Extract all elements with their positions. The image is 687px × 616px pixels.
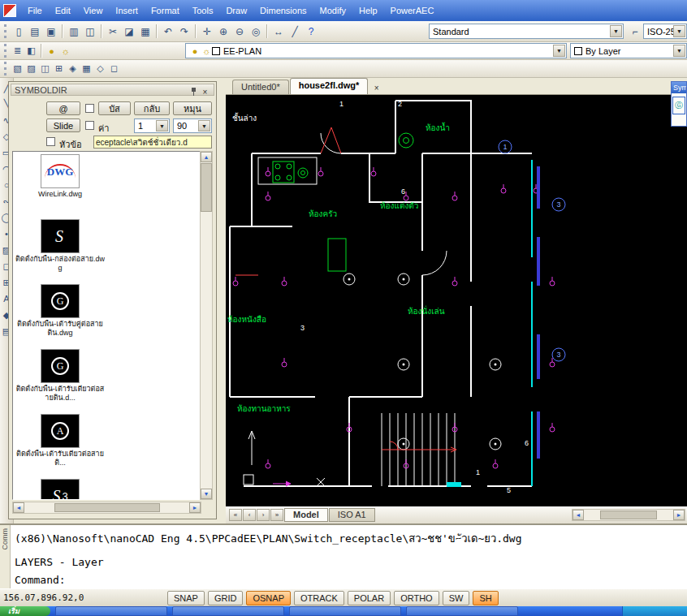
- zoom-window-icon[interactable]: ◎: [248, 24, 264, 39]
- help-icon[interactable]: ?: [303, 24, 319, 39]
- sw-toggle[interactable]: SW: [443, 591, 470, 605]
- scroll-right-icon[interactable]: ►: [189, 502, 201, 513]
- scroll-down-icon[interactable]: ▼: [201, 489, 212, 499]
- pin-icon[interactable]: [190, 88, 197, 97]
- tab-iso-a1[interactable]: ISO A1: [329, 508, 375, 522]
- scroll-right-icon[interactable]: ►: [673, 510, 685, 520]
- taskbar-button[interactable]: [406, 606, 518, 616]
- taskbar-button[interactable]: [289, 606, 401, 616]
- layer-states-icon[interactable]: ◧: [24, 44, 38, 58]
- menu-insert[interactable]: Insert: [109, 4, 145, 17]
- grid-toggle[interactable]: GRID: [208, 591, 244, 605]
- scroll-up-icon[interactable]: ▲: [201, 152, 212, 162]
- sh-toggle[interactable]: SH: [473, 591, 498, 605]
- layers-icon[interactable]: ≣: [11, 44, 24, 58]
- doc-tab-untitled[interactable]: Untitled0*: [232, 80, 289, 94]
- menu-file[interactable]: File: [21, 4, 49, 17]
- chevron-down-icon[interactable]: ▼: [156, 120, 168, 131]
- undo-icon[interactable]: ↶: [160, 24, 176, 39]
- sym-mini-panel[interactable]: Sym Ⓖ: [671, 81, 687, 127]
- bus-button[interactable]: บัส: [98, 101, 131, 115]
- title-checkbox[interactable]: [46, 137, 55, 146]
- menu-poweraec[interactable]: PowerAEC: [384, 4, 441, 17]
- chevron-down-icon[interactable]: ▼: [673, 25, 685, 37]
- match-properties-icon[interactable]: ◫: [38, 62, 52, 75]
- layer-combo[interactable]: ● ☼ EE-PLAN ▼: [185, 43, 567, 58]
- toolbar-grip[interactable]: [4, 62, 8, 75]
- sun-icon[interactable]: ☼: [58, 44, 72, 58]
- dimstyle-combo[interactable]: ISO-25 ▼: [643, 24, 687, 39]
- bus-checkbox[interactable]: [85, 104, 94, 113]
- zoom-out-icon[interactable]: ⊖: [231, 24, 248, 39]
- chevron-down-icon[interactable]: ▼: [553, 45, 565, 57]
- menu-view[interactable]: View: [77, 4, 110, 17]
- close-icon[interactable]: ×: [201, 88, 210, 97]
- pan-icon[interactable]: ✛: [199, 24, 215, 39]
- cut-icon[interactable]: ✂: [105, 24, 121, 39]
- scrollbar-thumb[interactable]: [54, 503, 160, 512]
- symbol-item[interactable]: G ติดตั้งกับพื้น-เต้ารับคู่ต่อสายดิน.dwg: [13, 282, 107, 347]
- redo-icon[interactable]: ↷: [176, 24, 192, 39]
- lightbulb-icon[interactable]: ●: [45, 44, 58, 58]
- last-layout-icon[interactable]: »: [270, 509, 283, 521]
- scrollbar-thumb[interactable]: [201, 163, 212, 212]
- plot-icon[interactable]: ▥: [66, 24, 82, 39]
- selection-icon[interactable]: ◻: [107, 62, 121, 75]
- otrack-toggle[interactable]: OTRACK: [294, 591, 344, 605]
- menu-edit[interactable]: Edit: [49, 4, 77, 17]
- link-icon[interactable]: ↔: [270, 24, 287, 39]
- open-file-icon[interactable]: ▤: [27, 24, 43, 39]
- polar-toggle[interactable]: POLAR: [348, 591, 391, 605]
- object-snap-icon[interactable]: ⊞: [52, 62, 66, 75]
- symbol-item[interactable]: S ติดตั้งกับพื้น-กล่องต่อสาย.dwg: [13, 217, 107, 282]
- menu-draw[interactable]: Draw: [219, 4, 253, 17]
- symbol-item[interactable]: DWG WireLink.dwg: [13, 152, 107, 217]
- polar-icon[interactable]: ◇: [93, 62, 107, 75]
- grid-display-icon[interactable]: ◈: [66, 62, 80, 75]
- ortho-icon[interactable]: ▦: [80, 62, 93, 75]
- save-icon[interactable]: ▣: [43, 24, 59, 39]
- chevron-down-icon[interactable]: ▼: [673, 45, 685, 57]
- properties-icon[interactable]: ▨: [24, 62, 38, 75]
- doc-tab-house2fl[interactable]: house2fl.dwg*: [290, 78, 369, 94]
- command-line-area[interactable]: Comm (x86)\Nanosoft\nanoCAD Eng 4.5\PPCa…: [0, 523, 687, 588]
- toolbar-grip[interactable]: [4, 24, 8, 38]
- snap-toggle[interactable]: SNAP: [167, 591, 205, 605]
- slide-button[interactable]: Slide: [46, 118, 80, 132]
- ortho-toggle[interactable]: ORTHO: [394, 591, 439, 605]
- menu-format[interactable]: Format: [145, 4, 186, 17]
- next-layout-icon[interactable]: ›: [257, 509, 270, 521]
- scroll-left-icon[interactable]: ◄: [572, 510, 584, 520]
- new-file-icon[interactable]: ▯: [11, 24, 27, 39]
- canvas-horizontal-scrollbar[interactable]: ◄ ►: [572, 509, 685, 521]
- close-doc-icon[interactable]: ×: [372, 84, 381, 93]
- symbol-item[interactable]: G ติดตั้งกับพื้น-เต้ารับเดียวต่อสายดิน.d…: [13, 347, 107, 411]
- at-button[interactable]: @: [46, 101, 80, 115]
- pencil-icon[interactable]: ╱: [287, 24, 303, 39]
- symbol-item[interactable]: S3 สวิตช์สามทาง.dwg: [13, 476, 107, 500]
- start-button[interactable]: เริ่ม: [0, 606, 50, 616]
- symbol-item[interactable]: A ติดตั้งพื้น-เต้ารับเดียวต่อสายดิ...: [13, 411, 107, 476]
- command-prompt[interactable]: Command:: [15, 574, 66, 586]
- menu-dimensions[interactable]: Dimensions: [253, 4, 313, 17]
- paste-icon[interactable]: ▦: [137, 24, 153, 39]
- chevron-down-icon[interactable]: ▼: [610, 25, 622, 37]
- drawing-viewport[interactable]: 1 3 3 1 2 6 3 1 5 6 ชั้นล่าง: [226, 95, 687, 506]
- print-preview-icon[interactable]: ◫: [82, 24, 98, 39]
- first-layout-icon[interactable]: «: [229, 509, 242, 521]
- rotate-button[interactable]: หมุน: [173, 101, 212, 115]
- receptacle-symbol-icon[interactable]: Ⓖ: [672, 97, 685, 114]
- value-checkbox[interactable]: [85, 121, 94, 130]
- tab-model[interactable]: Model: [284, 508, 328, 522]
- text-style-combo[interactable]: Standard ▼: [429, 24, 624, 39]
- taskbar-button[interactable]: [172, 606, 284, 616]
- menu-tools[interactable]: Tools: [186, 4, 220, 17]
- toolbar-grip[interactable]: [4, 44, 8, 58]
- symbol-path-input[interactable]: [93, 136, 212, 149]
- menu-modify[interactable]: Modify: [313, 4, 352, 17]
- floorplan-drawing[interactable]: 1 3 3 1 2 6 3 1 5 6 ชั้นล่าง: [226, 95, 687, 506]
- prev-layout-icon[interactable]: ‹: [243, 509, 256, 521]
- dimension-style-icon[interactable]: ⌐: [627, 24, 643, 39]
- zoom-in-icon[interactable]: ⊕: [215, 24, 231, 39]
- draw-order-icon[interactable]: ▧: [11, 62, 24, 75]
